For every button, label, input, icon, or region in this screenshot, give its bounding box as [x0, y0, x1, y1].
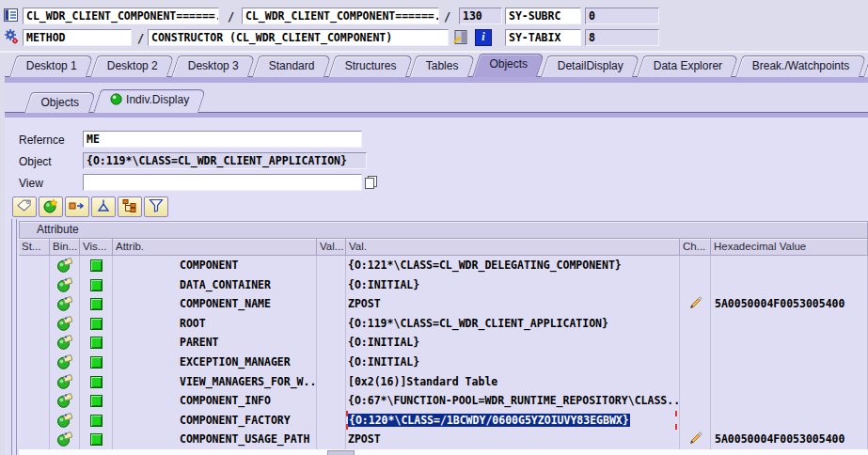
attribute-row[interactable]: VIEW_MANAGERS_FOR_W...[0x2(16)]Standard …	[19, 372, 868, 392]
value-cell[interactable]: {O:INITIAL}	[346, 275, 680, 295]
change-button[interactable]	[65, 196, 89, 217]
event-detail-field[interactable]: CONSTRUCTOR (CL_WDR_CLIENT_COMPONENT)	[148, 29, 449, 46]
attribute-row[interactable]: COMPONENT_USAGE_PATHZPOST5A0050004F00530…	[19, 430, 868, 449]
changeable-cell[interactable]	[680, 256, 711, 275]
attribute-row[interactable]: EXCEPTION_MANAGER{O:INITIAL}	[19, 353, 868, 372]
view-field[interactable]	[83, 174, 362, 191]
value-cell[interactable]: {O:INITIAL}	[346, 333, 680, 353]
value-spacer-cell[interactable]	[317, 372, 346, 392]
splitter-line[interactable]	[11, 219, 12, 455]
column-header-val[interactable]: Val.	[346, 239, 680, 256]
attribute-row[interactable]: COMPONENT_NAMEZPOST5A0050004F0053005400	[19, 294, 868, 314]
visibility-cell[interactable]	[80, 391, 113, 411]
attribute-name-cell[interactable]: COMPONENT_FACTORY	[113, 411, 317, 431]
program-field[interactable]: CL_WDR_CLIENT_COMPONENT======...	[23, 8, 219, 24]
sy-tabix-field[interactable]: SY-TABIX	[505, 29, 581, 46]
tab-break-watchpoints[interactable]: Break./Watchpoints	[735, 55, 866, 77]
binding-cell[interactable]	[50, 353, 80, 372]
hex-value-cell[interactable]	[711, 275, 868, 295]
binding-cell[interactable]	[50, 294, 80, 314]
hex-value-cell[interactable]: 5A0050004F0053005400	[711, 430, 868, 449]
subtab-indiv-display[interactable]: Indiv.Display	[93, 89, 206, 113]
attribute-row[interactable]: COMPONENT_FACTORY{O:120*\CLASS=/1BCWDY/0…	[19, 411, 868, 431]
tab-standard[interactable]: Standard	[252, 55, 331, 77]
tab-detaildisplay[interactable]: DetailDisplay	[541, 55, 640, 77]
visibility-cell[interactable]	[80, 411, 113, 431]
attribute-name-cell[interactable]: COMPONENT_NAME	[113, 294, 317, 314]
tab-desktop-3[interactable]: Desktop 3	[171, 55, 256, 77]
visibility-cell[interactable]	[80, 256, 113, 275]
status-cell[interactable]	[19, 314, 50, 334]
value-spacer-cell[interactable]	[317, 314, 346, 334]
tab-structures[interactable]: Structures	[328, 55, 413, 77]
visibility-cell[interactable]	[80, 430, 113, 449]
attribute-name-cell[interactable]: ROOT	[113, 314, 317, 334]
column-header-val[interactable]: Val...	[317, 239, 346, 256]
tab-objects[interactable]: Objects	[472, 54, 544, 77]
copy-value-icon[interactable]	[364, 175, 379, 193]
value-spacer-cell[interactable]	[317, 430, 346, 449]
attribute-name-cell[interactable]: COMPONENT	[113, 256, 317, 275]
value-spacer-cell[interactable]	[317, 256, 346, 275]
binding-cell[interactable]	[50, 430, 80, 449]
attribute-name-cell[interactable]: PARENT	[113, 333, 317, 353]
status-cell[interactable]	[19, 333, 50, 353]
attribute-name-cell[interactable]: COMPONENT_USAGE_PATH	[113, 430, 317, 449]
value-spacer-cell[interactable]	[317, 411, 346, 431]
attribute-name-cell[interactable]: EXCEPTION_MANAGER	[113, 353, 317, 372]
tab-desktop-2[interactable]: Desktop 2	[90, 55, 175, 77]
tab-data-explorer[interactable]: Data Explorer	[637, 55, 739, 77]
sy-subrc-field[interactable]: SY-SUBRC	[505, 8, 581, 24]
changeable-cell[interactable]	[680, 411, 711, 431]
value-spacer-cell[interactable]	[317, 353, 346, 372]
status-cell[interactable]	[19, 372, 50, 392]
status-cell[interactable]	[19, 275, 50, 295]
tab-tables[interactable]: Tables	[409, 55, 475, 77]
binding-cell[interactable]	[50, 256, 80, 275]
value-cell[interactable]: [0x2(16)]Standard Table	[346, 372, 680, 392]
hierarchy-display-button[interactable]	[118, 196, 142, 217]
tab-desktop-1[interactable]: Desktop 1	[9, 55, 94, 77]
column-header-vis[interactable]: Vis...	[80, 239, 113, 256]
value-cell[interactable]: {O:121*\CLASS=CL_WDR_DELEGATING_COMPONEN…	[346, 256, 680, 275]
create-services-button[interactable]	[39, 196, 63, 217]
changeable-cell[interactable]	[680, 314, 711, 334]
hex-value-cell[interactable]: 5A0050004F0053005400	[711, 294, 868, 314]
attribute-name-cell[interactable]: COMPONENT_INFO	[113, 391, 317, 411]
column-header-st[interactable]: St...	[19, 239, 50, 256]
value-cell[interactable]: {O:120*\CLASS=/1BCWDY/0600G5YZOIUVY83EGB…	[346, 411, 680, 431]
subtab-objects[interactable]: Objects	[24, 92, 96, 113]
value-spacer-cell[interactable]	[317, 333, 346, 353]
line-number-field[interactable]: 130	[459, 8, 502, 24]
changeable-cell[interactable]	[680, 391, 711, 411]
hex-value-cell[interactable]	[711, 353, 868, 372]
changeable-cell[interactable]	[680, 333, 711, 353]
binding-cell[interactable]	[50, 411, 80, 431]
changeable-cell[interactable]	[680, 430, 711, 449]
include-field[interactable]: CL_WDR_CLIENT_COMPONENT======...	[242, 8, 439, 24]
status-cell[interactable]	[19, 353, 50, 372]
attribute-row[interactable]: PARENT{O:INITIAL}	[19, 333, 868, 353]
attribute-row[interactable]: DATA_CONTAINER{O:INITIAL}	[19, 275, 868, 295]
event-kind-field[interactable]: METHOD	[23, 29, 132, 46]
attribute-name-cell[interactable]: DATA_CONTAINER	[113, 275, 317, 295]
column-header-ch[interactable]: Ch...	[680, 239, 711, 256]
goto-statement-icon[interactable]	[452, 29, 469, 48]
hex-value-cell[interactable]	[711, 391, 868, 411]
changeable-cell[interactable]	[680, 372, 711, 392]
binding-cell[interactable]	[50, 391, 80, 411]
binding-cell[interactable]	[50, 333, 80, 353]
column-header-hexadecimal-value[interactable]: Hexadecimal Value	[711, 239, 868, 256]
information-icon[interactable]: i	[475, 29, 492, 46]
changeable-cell[interactable]	[680, 275, 711, 295]
pencil-icon[interactable]	[688, 300, 702, 313]
attribute-row[interactable]: ROOT{O:119*\CLASS=CL_WDR_CLIENT_APPLICAT…	[19, 314, 868, 334]
reference-field[interactable]: ME	[83, 131, 362, 148]
object-field[interactable]: {O:119*\CLASS=CL_WDR_CLIENT_APPLICATION}	[83, 152, 367, 169]
binding-cell[interactable]	[50, 275, 80, 295]
value-cell[interactable]: ZPOST	[346, 294, 680, 314]
binding-cell[interactable]	[50, 314, 80, 334]
visibility-cell[interactable]	[80, 314, 113, 334]
visibility-cell[interactable]	[80, 372, 113, 392]
visibility-cell[interactable]	[80, 275, 113, 295]
